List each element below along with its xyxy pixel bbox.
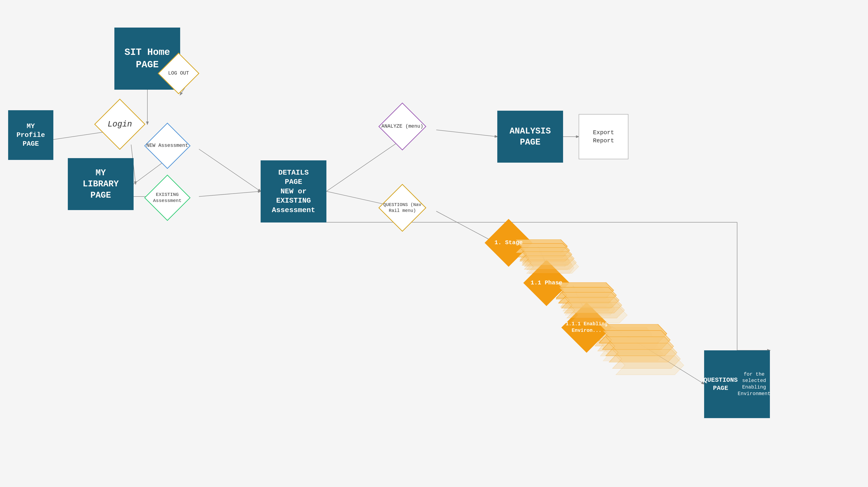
my-library-label: MY LIBRARY PAGE [83,167,119,201]
questions-nav-diamond[interactable]: QUESTIONS (Nav Rail menu) [380,185,425,230]
svg-line-8 [199,191,260,196]
questions-page-label: QUESTIONS PAGE [704,376,738,393]
my-library-page-node[interactable]: MY LIBRARY PAGE [68,158,133,210]
analyze-menu-label: ANALYZE (menu) [381,123,423,130]
svg-marker-37 [616,356,684,375]
enabling-chevrons [599,324,694,450]
svg-marker-31 [569,307,627,323]
analyze-menu-diamond[interactable]: ANALYZE (menu) [380,104,425,149]
export-report-node[interactable]: Export Report [579,114,628,159]
new-assessment-label: NEW Assessment [147,142,188,149]
svg-line-7 [199,149,260,191]
questions-nav-label: QUESTIONS (Nav Rail menu) [380,202,425,214]
export-report-label: Export Report [581,129,626,145]
questions-page-sublabel: for the selected Enabling Environment [738,371,771,397]
questions-page-node[interactable]: QUESTIONS PAGE for the selected Enabling… [704,350,770,418]
existing-assessment-diamond[interactable]: EXISTING Assessment [145,175,190,220]
login-diamond[interactable]: Login [95,99,145,149]
logout-diamond[interactable]: LOG OUT [158,53,199,94]
analysis-page-label: ANALYSIS PAGE [509,126,551,148]
login-label: Login [107,120,132,129]
svg-marker-25 [527,260,579,273]
svg-line-10 [436,130,497,137]
enabling-chevron-svg [599,324,694,448]
analysis-page-node[interactable]: ANALYSIS PAGE [497,111,563,163]
new-assessment-diamond[interactable]: NEW Assessment [145,123,190,168]
logout-label: LOG OUT [168,70,189,77]
diagram-container: SIT Home PAGE MY Profile PAGE MY LIBRARY… [0,0,868,487]
phase-11-label: 1.1 Phase [530,279,562,287]
stage-1-label: 1. Stage [495,239,523,247]
enabling-111-label: 1.1.1 Enabling Environ... [563,321,610,334]
my-profile-page-node[interactable]: MY Profile PAGE [8,110,53,160]
my-profile-label: MY Profile PAGE [17,122,45,149]
existing-assessment-label: EXISTING Assessment [145,192,190,204]
details-page-label: DETAILS PAGE NEW or EXISTING Assessment [263,168,324,215]
details-page-node[interactable]: DETAILS PAGE NEW or EXISTING Assessment [260,160,327,223]
